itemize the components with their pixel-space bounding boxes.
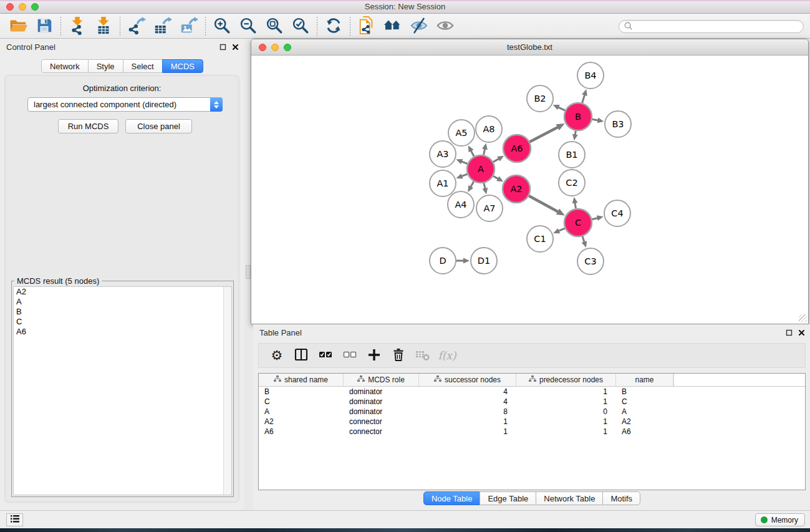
run-mcds-button[interactable]: Run MCDS — [58, 119, 118, 133]
node-A6[interactable]: A6 — [503, 135, 531, 162]
node-C1[interactable]: C1 — [527, 226, 553, 252]
table-cell[interactable]: C — [259, 397, 344, 407]
tab-edge-table[interactable]: Edge Table — [480, 491, 536, 505]
edge-C-C2[interactable] — [572, 197, 578, 209]
node-A[interactable]: A — [467, 155, 494, 183]
edge-B-B3[interactable] — [592, 117, 604, 123]
import-network-button[interactable] — [64, 15, 90, 37]
table-cell[interactable]: A2 — [259, 417, 344, 427]
export-image-button[interactable] — [176, 15, 202, 37]
result-item[interactable]: A — [14, 297, 231, 307]
zoom-fit-button[interactable] — [261, 15, 287, 37]
result-item[interactable]: A6 — [14, 327, 231, 337]
edge-A-A7[interactable] — [482, 183, 488, 194]
edge-C-C3[interactable] — [582, 236, 587, 248]
table-cell[interactable]: 1 — [419, 417, 516, 427]
node-A2[interactable]: A2 — [503, 175, 530, 203]
delete-row-button[interactable] — [389, 346, 408, 365]
settings-gear-button[interactable]: ⚙ — [268, 346, 286, 365]
edge-B-B1[interactable] — [572, 131, 578, 141]
zoom-in-button[interactable] — [209, 15, 235, 37]
tab-network-table[interactable]: Network Table — [536, 491, 603, 505]
table-cell[interactable]: connector — [344, 427, 419, 437]
column-header-successor-nodes[interactable]: successor nodes — [419, 374, 516, 386]
column-header-name[interactable]: name — [616, 374, 673, 386]
column-layout-button[interactable] — [292, 346, 311, 365]
node-B[interactable]: B — [564, 103, 592, 130]
import-table-button[interactable] — [90, 15, 117, 37]
result-item[interactable]: B — [14, 307, 231, 317]
node-A1[interactable]: A1 — [430, 170, 456, 196]
refresh-button[interactable] — [321, 15, 347, 37]
table-cell[interactable]: 1 — [516, 397, 616, 407]
table-cell[interactable]: A2 — [616, 417, 673, 427]
edge-A-A5[interactable] — [468, 145, 474, 156]
table-cell[interactable]: 0 — [516, 407, 616, 417]
table-cell[interactable]: A6 — [616, 427, 673, 437]
export-network-button[interactable] — [123, 15, 150, 37]
show-details-eye-button[interactable] — [432, 15, 458, 37]
select-all-button[interactable] — [316, 346, 335, 365]
table-cell[interactable]: 4 — [419, 387, 516, 397]
edge-A2-C[interactable] — [529, 196, 565, 215]
table-cell[interactable]: 8 — [419, 407, 516, 417]
tab-mcds[interactable]: MCDS — [162, 59, 203, 73]
table-cell[interactable]: 4 — [419, 397, 516, 407]
column-header-predecessor-nodes[interactable]: predecessor nodes — [516, 374, 616, 386]
table-cell[interactable]: A6 — [259, 427, 344, 437]
mcds-result-list[interactable]: A2ABCA6 — [13, 286, 232, 495]
edge-A-A6[interactable] — [493, 156, 504, 162]
edge-A-A8[interactable] — [482, 143, 488, 155]
table-cell[interactable]: 1 — [419, 427, 516, 437]
result-item[interactable]: A2 — [14, 287, 231, 297]
float-panel-icon[interactable] — [219, 43, 226, 52]
deselect-all-button[interactable] — [340, 346, 359, 365]
edge-D-D1[interactable] — [456, 258, 470, 264]
column-header-shared-name[interactable]: shared name — [259, 374, 344, 386]
table-row[interactable]: Cdominator41C — [259, 397, 805, 407]
clone-network-button[interactable] — [354, 15, 380, 37]
save-session-button[interactable] — [31, 15, 57, 37]
network-canvas[interactable]: B4B2BB3A8A5A6A3B1AA1C2A2A4A7C4CC1C3DD1 — [251, 56, 808, 324]
node-A7[interactable]: A7 — [476, 195, 503, 221]
task-history-button[interactable] — [6, 513, 23, 526]
open-file-button[interactable] — [5, 15, 31, 37]
result-item[interactable]: C — [14, 317, 231, 327]
table-row[interactable]: A6connector11A6 — [259, 427, 805, 437]
node-A4[interactable]: A4 — [448, 191, 474, 218]
tab-motifs[interactable]: Motifs — [602, 491, 640, 505]
node-C4[interactable]: C4 — [604, 200, 630, 226]
resize-grip-icon[interactable] — [799, 314, 807, 322]
close-panel-icon[interactable] — [232, 43, 239, 52]
edge-B-B2[interactable] — [553, 105, 565, 110]
node-B1[interactable]: B1 — [559, 142, 585, 168]
table-row[interactable]: A2connector11A2 — [259, 417, 805, 427]
node-B4[interactable]: B4 — [577, 62, 604, 89]
edge-B-B4[interactable] — [582, 89, 587, 103]
node-A3[interactable]: A3 — [430, 141, 456, 167]
zoom-selected-button[interactable] — [287, 15, 314, 37]
export-table-button[interactable] — [150, 15, 176, 37]
node-A8[interactable]: A8 — [476, 116, 502, 142]
add-row-button[interactable] — [365, 346, 383, 365]
tab-network[interactable]: Network — [41, 59, 89, 73]
edge-A-A2[interactable] — [493, 176, 503, 181]
node-A5[interactable]: A5 — [448, 120, 475, 146]
node-D[interactable]: D — [430, 248, 456, 274]
table-cell[interactable]: 1 — [516, 427, 616, 437]
table-cell[interactable]: dominator — [344, 387, 419, 397]
vertical-splitter-handle[interactable] — [246, 265, 251, 279]
result-scrollbar[interactable] — [223, 287, 231, 495]
edge-C-C1[interactable] — [553, 228, 565, 233]
table-row[interactable]: Bdominator41B — [259, 387, 805, 397]
zoom-out-button[interactable] — [235, 15, 261, 37]
edge-C-C4[interactable] — [592, 215, 603, 221]
node-C[interactable]: C — [564, 209, 592, 236]
edge-A-A3[interactable] — [456, 159, 467, 164]
table-cell[interactable]: connector — [344, 417, 419, 427]
close-table-panel-icon[interactable] — [798, 329, 805, 338]
hide-details-eye-button[interactable] — [406, 15, 432, 37]
tab-style[interactable]: Style — [88, 59, 123, 73]
search-input[interactable] — [635, 21, 803, 32]
table-cell[interactable]: 1 — [516, 387, 616, 397]
